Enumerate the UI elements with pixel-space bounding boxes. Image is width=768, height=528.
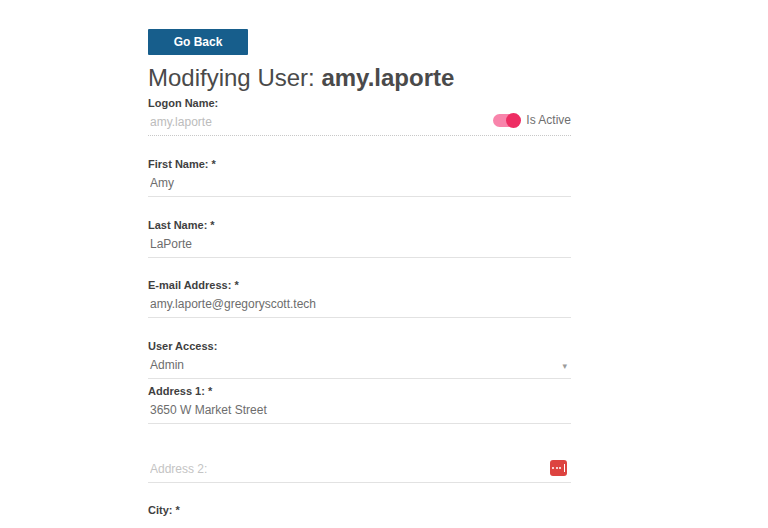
autofill-dot — [559, 467, 561, 469]
first-name-label: First Name: * — [148, 158, 571, 170]
page-title-prefix: Modifying User: — [148, 64, 321, 91]
page-title-username: amy.laporte — [321, 64, 454, 91]
last-name-group: Last Name: * — [148, 219, 571, 258]
last-name-input[interactable] — [148, 234, 571, 258]
first-name-group: First Name: * — [148, 158, 571, 197]
last-name-label: Last Name: * — [148, 219, 571, 231]
city-input[interactable] — [148, 519, 571, 528]
address2-group — [148, 459, 571, 483]
is-active-label: Is Active — [526, 113, 571, 127]
toggle-knob-icon — [506, 113, 521, 128]
autofill-extension-icon[interactable] — [550, 460, 567, 476]
user-access-value: Admin — [148, 355, 571, 379]
is-active-toggle-row: Is Active — [493, 112, 571, 128]
email-group: E-mail Address: * — [148, 279, 571, 318]
autofill-dot — [552, 467, 554, 469]
city-group: City: * — [148, 504, 571, 528]
user-access-label: User Access: — [148, 340, 571, 352]
email-label: E-mail Address: * — [148, 279, 571, 291]
address2-input[interactable] — [148, 459, 571, 483]
go-back-button[interactable]: Go Back — [148, 29, 248, 55]
logon-name-label: Logon Name: — [148, 97, 571, 109]
address1-label: Address 1: * — [148, 385, 571, 397]
city-label: City: * — [148, 504, 571, 516]
address1-input[interactable] — [148, 400, 571, 424]
user-access-select[interactable]: Admin ▾ — [148, 355, 571, 379]
autofill-bar — [564, 464, 566, 472]
page-title: Modifying User: amy.laporte — [148, 64, 454, 92]
first-name-input[interactable] — [148, 173, 571, 197]
is-active-toggle[interactable] — [493, 114, 519, 127]
user-access-group: User Access: Admin ▾ — [148, 340, 571, 379]
address1-group: Address 1: * — [148, 385, 571, 424]
modify-user-form: Go Back Modifying User: amy.laporte Logo… — [148, 0, 571, 528]
autofill-dot — [556, 467, 558, 469]
email-input[interactable] — [148, 294, 571, 318]
